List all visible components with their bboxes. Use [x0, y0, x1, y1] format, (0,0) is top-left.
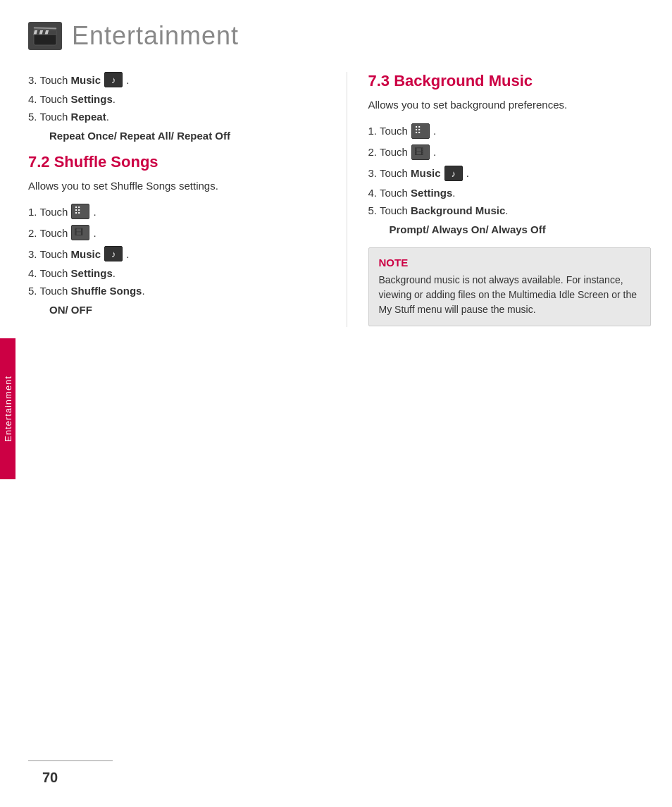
step-72-4: 4. Touch Settings.: [28, 267, 311, 279]
page-header: Entertainment: [28, 21, 651, 51]
music-icon-73-3: ♪: [444, 166, 463, 181]
section-72-desc: Allows you to set Shuffle Songs settings…: [28, 178, 311, 195]
step-73-2: 2. Touch .: [368, 144, 652, 160]
step-72-1: 1. Touch .: [28, 204, 311, 219]
entertainment-icon: [28, 22, 62, 50]
music-icon-left-3: ♪: [104, 72, 123, 87]
section-73-title: 7.3 Background Music: [368, 72, 652, 90]
right-column: 7.3 Background Music Allows you to set b…: [347, 72, 652, 327]
step-72-5: 5. Touch Shuffle Songs.: [28, 285, 311, 297]
step-73-5: 5. Touch Background Music.: [368, 204, 652, 216]
step-4-touch-settings: 4. Touch Settings.: [28, 93, 311, 105]
step-3-touch-music: 3. Touch Music ♪.: [28, 72, 311, 87]
side-tab: Entertainment: [0, 338, 15, 479]
note-label: NOTE: [379, 257, 641, 269]
film-icon-73-2: [411, 144, 430, 160]
grid-icon-72-1: [71, 204, 89, 219]
step-5-touch-repeat: 5. Touch Repeat.: [28, 111, 311, 123]
side-tab-label: Entertainment: [3, 376, 13, 442]
film-icon-72-2: [71, 225, 89, 240]
page-number: 70: [42, 770, 58, 786]
step-73-4: 4. Touch Settings.: [368, 187, 652, 199]
music-icon-72-3: ♪: [104, 246, 123, 261]
left-column: 3. Touch Music ♪. 4. Touch Settings. 5. …: [28, 72, 325, 327]
repeat-options: Repeat Once/ Repeat All/ Repeat Off: [49, 128, 311, 144]
note-text: Background music is not always available…: [379, 273, 641, 317]
section-72-title: 7.2 Shuffle Songs: [28, 153, 311, 171]
bottom-line: [28, 760, 113, 761]
step-73-3: 3. Touch Music ♪.: [368, 166, 652, 181]
note-box: NOTE Background music is not always avai…: [368, 247, 652, 326]
page-title: Entertainment: [72, 21, 239, 51]
shuffle-options: ON/ OFF: [49, 302, 311, 319]
step-73-1: 1. Touch .: [368, 123, 652, 139]
step-72-2: 2. Touch .: [28, 225, 311, 240]
section-73-desc: Allows you to set background preferences…: [368, 97, 652, 113]
step-72-3: 3. Touch Music ♪.: [28, 246, 311, 261]
grid-icon-73-1: [411, 123, 430, 139]
bg-music-options: Prompt/ Always On/ Always Off: [390, 222, 652, 238]
